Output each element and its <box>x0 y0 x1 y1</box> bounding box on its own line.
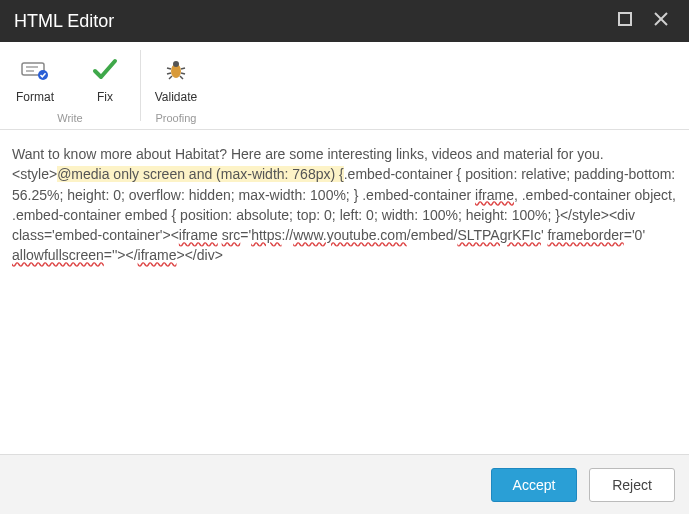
reject-button[interactable]: Reject <box>589 468 675 502</box>
maximize-button[interactable] <box>611 7 639 35</box>
group-write-label: Write <box>0 109 140 129</box>
html-editor-window: HTML Editor Format <box>0 0 689 514</box>
fix-button[interactable]: Fix <box>70 42 140 109</box>
bug-icon <box>164 56 188 84</box>
toolbar-group-proofing: Validate Proofing <box>141 42 211 129</box>
svg-line-9 <box>167 68 171 69</box>
close-icon <box>652 10 670 32</box>
format-button[interactable]: Format <box>0 42 70 109</box>
group-proofing-label: Proofing <box>141 109 211 129</box>
fix-label: Fix <box>97 90 113 104</box>
highlighted-media-query: @media only screen and (max-width: 768px… <box>57 166 344 182</box>
validate-label: Validate <box>155 90 197 104</box>
footer: Accept Reject <box>0 454 689 514</box>
window-title: HTML Editor <box>14 11 603 32</box>
format-icon <box>20 56 50 84</box>
maximize-icon <box>617 11 633 31</box>
toolbar: Format Fix Write Validate <box>0 42 689 130</box>
editor-textarea[interactable]: Want to know more about Habitat? Here ar… <box>0 130 689 454</box>
svg-point-8 <box>173 61 179 67</box>
svg-rect-0 <box>619 13 631 25</box>
accept-button[interactable]: Accept <box>491 468 577 502</box>
format-label: Format <box>16 90 54 104</box>
close-button[interactable] <box>647 7 675 35</box>
svg-line-11 <box>167 73 171 74</box>
checkmark-icon <box>92 56 118 84</box>
validate-button[interactable]: Validate <box>141 42 211 109</box>
titlebar: HTML Editor <box>0 0 689 42</box>
svg-line-10 <box>181 68 185 69</box>
svg-line-14 <box>180 76 183 79</box>
svg-line-13 <box>169 76 172 79</box>
svg-line-12 <box>181 73 185 74</box>
toolbar-group-write: Format Fix Write <box>0 42 140 129</box>
